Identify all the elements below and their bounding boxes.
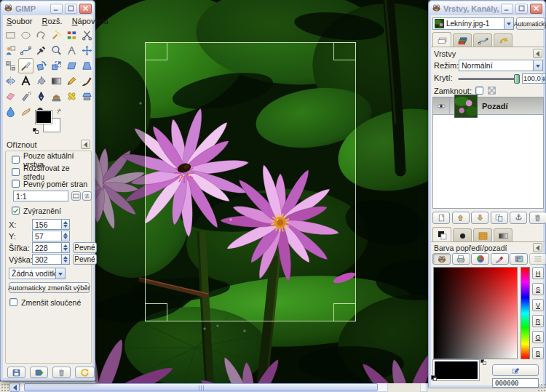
aspect-swap-button[interactable] (82, 191, 92, 201)
selector-palette-button[interactable] (510, 253, 528, 265)
selector-watercolor-button[interactable] (491, 253, 509, 265)
reset-color-icon[interactable] (480, 359, 487, 366)
maximize-button[interactable] (65, 4, 77, 14)
minimize-button[interactable] (501, 4, 513, 14)
channel-h-button[interactable]: H (532, 267, 544, 279)
reset-options-button[interactable] (75, 367, 95, 378)
raise-layer-button[interactable] (452, 212, 470, 224)
hue-bar[interactable] (521, 267, 530, 359)
tool-perspective-clone-button[interactable] (79, 89, 95, 104)
tab-brushes[interactable] (453, 228, 472, 242)
hscrollbar-thumb[interactable] (24, 383, 378, 391)
tab-gradients[interactable] (494, 228, 513, 242)
tool-pencil-button[interactable] (64, 73, 79, 89)
saturation-value-square[interactable] (433, 267, 518, 359)
dock-titlebar[interactable]: Vrstvy, Kanály, Cesty, ... (430, 1, 545, 15)
tool-free-select-button[interactable] (33, 28, 49, 43)
mode-dropdown[interactable]: Normální (459, 60, 543, 71)
tool-scale-button[interactable] (49, 58, 64, 73)
fg-bg-mini-icon[interactable] (431, 375, 438, 382)
width-fixed-button[interactable]: Pevné (73, 242, 97, 253)
tool-zoom-button[interactable] (49, 43, 64, 58)
tab-patterns[interactable] (473, 228, 492, 242)
spinner-arrows[interactable] (61, 243, 69, 252)
tool-text-button[interactable] (18, 73, 33, 89)
tool-clone-button[interactable] (49, 89, 64, 104)
spinner-arrows[interactable] (61, 231, 69, 241)
width-spinner[interactable]: 228 (32, 242, 70, 253)
tool-perspective-button[interactable] (79, 58, 95, 73)
toolbox-titlebar[interactable]: GIMP (1, 1, 94, 15)
auto-follow-button[interactable]: Automaticky (516, 17, 545, 30)
close-button[interactable] (79, 4, 92, 14)
menu-rozs[interactable]: Rozš. (40, 16, 63, 26)
window-resize-grip[interactable] (537, 383, 545, 391)
aspect-landscape-button[interactable] (71, 191, 81, 201)
maximize-button[interactable] (515, 4, 528, 14)
tool-scissors-button[interactable] (79, 28, 95, 43)
autoshrink-button[interactable]: Automaticky zmenšit výběr (9, 282, 90, 293)
tab-colors[interactable] (432, 227, 451, 242)
lower-layer-button[interactable] (471, 212, 488, 224)
tool-heal-button[interactable] (64, 89, 79, 104)
pane-grip[interactable] (1, 383, 9, 392)
tab-layers[interactable] (432, 32, 451, 47)
image-canvas[interactable] (95, 0, 428, 383)
opacity-slider-track[interactable] (458, 78, 519, 80)
tool-foreground-select-button[interactable] (3, 43, 18, 58)
tool-paths-button[interactable] (18, 43, 33, 58)
tool-airbrush-button[interactable] (18, 89, 33, 104)
opacity-slider-thumb[interactable] (514, 74, 520, 84)
dock-menu-button[interactable] (533, 49, 542, 58)
anchor-layer-button[interactable] (510, 212, 527, 224)
checkbox-highlight[interactable]: Zvýraznění (12, 206, 61, 215)
checkbox-shrink-merged[interactable]: Zmenšit sloučené (9, 297, 81, 307)
height-spinner[interactable]: 302 (32, 254, 70, 265)
selector-scales-button[interactable] (529, 253, 546, 265)
channel-b-button[interactable]: B (532, 347, 544, 359)
tool-shear-button[interactable] (64, 58, 79, 73)
checkbox-expand-center[interactable]: Rozšiřovat ze středu (12, 167, 91, 177)
foreground-color-swatch[interactable] (35, 110, 52, 124)
tab-paths[interactable] (473, 33, 492, 47)
crop-handle-bottom-right[interactable] (333, 303, 356, 321)
current-color-swatch[interactable] (433, 360, 479, 380)
tool-bucket-fill-button[interactable] (33, 73, 49, 89)
channel-r-button[interactable]: R (532, 315, 544, 327)
dock-menu-button[interactable] (533, 243, 542, 252)
scroll-left-button[interactable] (9, 383, 20, 392)
visibility-eye-icon[interactable] (436, 101, 446, 111)
y-spinner[interactable]: 57 (32, 231, 70, 241)
tool-ink-button[interactable] (33, 89, 49, 104)
channel-v-button[interactable]: V (532, 299, 544, 311)
lock-alpha-checkbox[interactable] (475, 87, 483, 95)
default-colors-icon[interactable] (33, 128, 39, 134)
tool-ellipse-select-button[interactable] (18, 28, 33, 43)
open-color-dialog-button[interactable] (492, 364, 539, 376)
tool-fuzzy-select-button[interactable] (49, 28, 64, 43)
tool-move-button[interactable] (79, 43, 95, 58)
tool-crop-button[interactable] (18, 58, 33, 73)
selector-cmyk-button[interactable] (452, 253, 470, 265)
selector-gimp-button[interactable] (432, 253, 451, 265)
delete-options-button[interactable] (52, 367, 71, 378)
spinner-arrows[interactable] (61, 220, 69, 229)
save-options-button[interactable] (7, 367, 25, 378)
tool-blur-sharpen-button[interactable] (3, 104, 18, 119)
tab-undo-history[interactable] (494, 33, 513, 47)
swap-colors-icon[interactable] (56, 108, 63, 116)
close-button[interactable] (530, 4, 542, 14)
tool-color-picker-button[interactable] (33, 43, 49, 58)
restore-options-button[interactable] (30, 367, 48, 378)
height-fixed-button[interactable]: Pevné (73, 254, 97, 265)
menu-napoveda[interactable]: Nápověda (71, 16, 110, 26)
tool-measure-button[interactable] (64, 43, 79, 58)
checkbox-fixed-aspect[interactable]: Pevný poměr stran (12, 179, 87, 188)
tool-paintbrush-button[interactable] (79, 73, 95, 89)
tool-blend-button[interactable] (49, 73, 64, 89)
x-spinner[interactable]: 156 (32, 219, 70, 230)
tool-smudge-button[interactable] (18, 104, 33, 119)
tool-flip-button[interactable] (3, 73, 18, 89)
crop-selection-rect[interactable] (145, 42, 356, 321)
delete-layer-button[interactable] (529, 212, 546, 224)
